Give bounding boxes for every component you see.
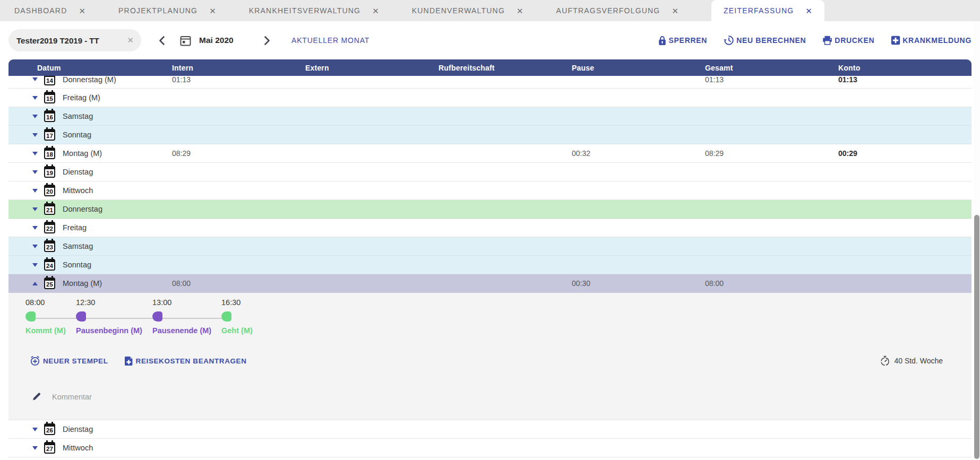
- expand-row-icon[interactable]: [32, 245, 38, 248]
- day-name: Mittwoch: [63, 444, 93, 452]
- krankmeldung-label: KRANKMELDUNG: [902, 36, 972, 45]
- stamp-label: Kommt (M): [25, 326, 66, 335]
- drucken-button[interactable]: DRUCKEN: [822, 36, 874, 45]
- table-row-22[interactable]: 22Freitag: [8, 219, 972, 237]
- sperren-button[interactable]: SPERREN: [658, 36, 708, 46]
- day-name: Freitag: [63, 223, 87, 232]
- collapse-row-icon[interactable]: [32, 282, 38, 285]
- triangle-down-icon: [32, 152, 38, 155]
- stamp-marker-icon[interactable]: [76, 311, 86, 322]
- employee-filter-chip[interactable]: Tester2019 T2019 - TT ✕: [8, 29, 141, 51]
- tab-label: DASHBOARD: [14, 6, 67, 15]
- expand-row-icon[interactable]: [32, 207, 38, 211]
- stamp-add-icon: [30, 355, 40, 366]
- toolbar: Tester2019 T2019 - TT ✕ Mai 2020 AKTUELL…: [0, 21, 980, 59]
- table-row-14-clipped[interactable]: 14Donnerstag (M)01:1301:1301:13: [8, 76, 972, 89]
- stamp-marker-icon[interactable]: [221, 311, 231, 322]
- tab-projektplanung[interactable]: PROJEKTPLANUNG✕: [118, 0, 216, 21]
- triangle-down-icon: [32, 428, 38, 431]
- stamp-pausenbeginn-m[interactable]: 12:30Pausenbeginn (M): [76, 298, 142, 335]
- stamp-pausenende-m[interactable]: 13:00Pausenende (M): [152, 298, 211, 335]
- expand-row-icon[interactable]: [32, 428, 38, 431]
- chevron-right-icon: [264, 36, 270, 46]
- expand-row-icon[interactable]: [32, 152, 38, 155]
- day-calendar-icon: 21: [44, 203, 55, 215]
- previous-month-button[interactable]: [157, 33, 167, 48]
- day-name: Sonntag: [63, 261, 91, 269]
- triangle-down-icon: [32, 245, 38, 248]
- table-row-27[interactable]: 27Mittwoch: [8, 439, 972, 457]
- aktueller-monat-button[interactable]: AKTUELLER MONAT: [291, 36, 369, 45]
- tab-label: KUNDENVERWALTUNG: [412, 6, 505, 15]
- stamp-kommt-m[interactable]: 08:00Kommt (M): [25, 298, 66, 335]
- day-name: Donnerstag: [63, 205, 102, 213]
- close-icon[interactable]: ✕: [672, 7, 678, 15]
- next-month-button[interactable]: [262, 33, 272, 48]
- intern-value: 01:13: [172, 76, 305, 84]
- table-header: Datum Intern Extern Rufbereitschaft Paus…: [8, 59, 972, 76]
- table-row-26[interactable]: 26Dienstag: [8, 420, 972, 439]
- expand-row-icon[interactable]: [32, 226, 38, 230]
- triangle-down-icon: [32, 189, 38, 193]
- stamp-marker-icon[interactable]: [25, 311, 36, 322]
- close-icon[interactable]: ✕: [209, 7, 216, 15]
- comment-input[interactable]: Kommentar: [52, 393, 211, 401]
- table-row-23[interactable]: 23Samstag: [8, 237, 972, 256]
- expand-row-icon[interactable]: [32, 189, 38, 193]
- tab-kundenverwaltung[interactable]: KUNDENVERWALTUNG✕: [412, 0, 523, 21]
- table-row-17[interactable]: 17Sonntag: [8, 126, 972, 144]
- scrollbar-thumb[interactable]: [974, 215, 979, 459]
- triangle-down-icon: [32, 77, 38, 81]
- krankmeldung-button[interactable]: KRANKMELDUNG: [891, 36, 972, 45]
- day-name: Dienstag: [63, 168, 93, 176]
- table-row-19[interactable]: 19Dienstag: [8, 163, 972, 181]
- table-row-21[interactable]: 21Donnerstag: [8, 200, 972, 219]
- table-row-18[interactable]: 18Montag (M)08:2900:3208:2900:29: [8, 144, 972, 163]
- close-icon[interactable]: ✕: [805, 7, 812, 15]
- triangle-down-icon: [32, 263, 38, 267]
- day-name: Sonntag: [63, 131, 91, 139]
- expand-row-icon[interactable]: [32, 446, 38, 450]
- stamp-marker-icon[interactable]: [152, 311, 162, 322]
- table-row-20[interactable]: 20Mittwoch: [8, 181, 972, 200]
- neu-berechnen-button[interactable]: NEU BERECHNEN: [724, 35, 806, 46]
- close-icon[interactable]: ✕: [372, 7, 379, 15]
- expand-row-icon[interactable]: [32, 263, 38, 267]
- plus-square-icon: [891, 36, 900, 45]
- clear-employee-icon[interactable]: ✕: [127, 36, 134, 45]
- day-name: Montag (M): [63, 149, 102, 158]
- tab-zeiterfassung[interactable]: ZEITERFASSUNG✕: [711, 0, 824, 21]
- expand-row-icon[interactable]: [32, 96, 38, 100]
- vertical-scrollbar[interactable]: [974, 21, 980, 460]
- lock-icon: [658, 36, 667, 46]
- table-row-16[interactable]: 16Samstag: [8, 107, 972, 126]
- reisekosten-button[interactable]: REISEKOSTEN BEANTRAGEN: [124, 356, 247, 366]
- close-icon[interactable]: ✕: [79, 7, 85, 15]
- close-icon[interactable]: ✕: [517, 7, 523, 15]
- table-row-15[interactable]: 15Freitag (M): [8, 89, 972, 107]
- tab-krankheitsverwaltung[interactable]: KRANKHEITSVERWALTUNG✕: [249, 0, 379, 21]
- neuer-stempel-button[interactable]: NEUER STEMPEL: [30, 355, 108, 366]
- expand-row-icon[interactable]: [32, 115, 38, 118]
- expand-row-icon[interactable]: [32, 77, 38, 81]
- triangle-down-icon: [32, 207, 38, 211]
- current-month-label: Mai 2020: [199, 36, 262, 45]
- tab-dashboard[interactable]: DASHBOARD✕: [14, 0, 85, 21]
- day-name: Donnerstag (M): [63, 76, 116, 84]
- table-row-14[interactable]: 14Donnerstag (M)01:1301:1301:13: [8, 76, 972, 89]
- day-calendar-icon: 26: [44, 423, 55, 435]
- expand-row-icon[interactable]: [32, 133, 38, 137]
- triangle-down-icon: [32, 96, 38, 100]
- expand-row-icon[interactable]: [32, 170, 38, 174]
- sperren-label: SPERREN: [669, 36, 708, 45]
- time-table: Datum Intern Extern Rufbereitschaft Paus…: [8, 59, 972, 460]
- stamp-geht-m[interactable]: 16:30Geht (M): [221, 298, 253, 335]
- gesamt-value: 08:00: [705, 279, 838, 288]
- table-row-25[interactable]: 25Montag (M)08:0000:3008:00: [8, 274, 972, 293]
- day-calendar-icon: 18: [44, 147, 55, 159]
- table-row-24[interactable]: 24Sonntag: [8, 256, 972, 274]
- day-name: Samstag: [63, 242, 93, 250]
- tab-auftragsverfolgung[interactable]: AUFTRAGSVERFOLGUNG✕: [556, 0, 678, 21]
- day-name: Samstag: [63, 112, 93, 120]
- table-body: 14Donnerstag (M)01:1301:1301:1315Freitag…: [8, 76, 972, 457]
